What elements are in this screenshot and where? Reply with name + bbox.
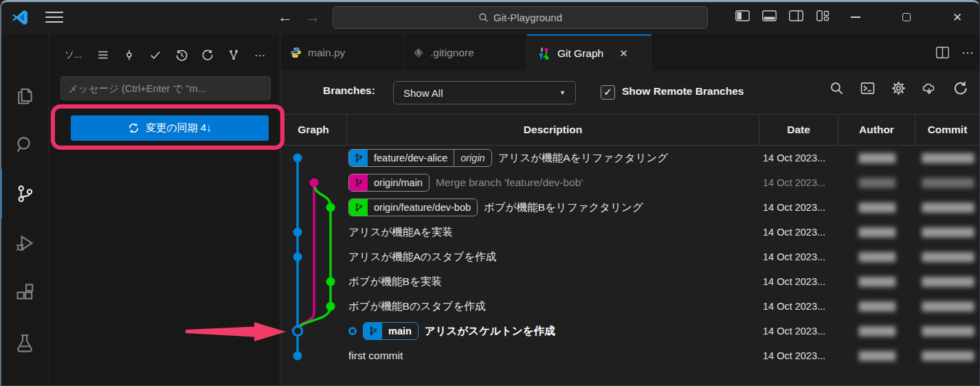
commit-message-input[interactable]	[60, 76, 271, 100]
commit-check-icon[interactable]	[147, 47, 164, 63]
menu-hamburger-icon[interactable]	[45, 12, 63, 23]
commit-hash-redacted: ██████████	[922, 227, 973, 237]
python-file-icon	[290, 47, 302, 58]
activity-run-debug-icon[interactable]	[0, 223, 49, 264]
commit-hash-redacted: ██████████	[922, 302, 973, 311]
branch-icon	[364, 323, 382, 339]
view-as-list-icon[interactable]	[95, 47, 111, 63]
window-close-button[interactable]: ✕	[942, 0, 973, 34]
commit-graph[interactable]	[280, 146, 349, 368]
commit-author-redacted: ███████	[859, 351, 895, 361]
activity-search-icon[interactable]	[0, 124, 49, 166]
window-maximize-button[interactable]	[891, 0, 922, 34]
activity-testing-icon[interactable]	[0, 322, 49, 363]
find-commit-icon[interactable]	[829, 80, 844, 95]
commit-node-icon[interactable]	[121, 47, 137, 63]
tab-label: .gitignore	[430, 47, 474, 59]
commit-hash-redacted: ██████████	[922, 252, 973, 262]
tab-main-py[interactable]: main.py	[280, 34, 403, 71]
head-indicator-ring	[348, 327, 357, 335]
gitignore-file-icon	[413, 47, 424, 58]
refresh-icon[interactable]	[199, 47, 216, 63]
branch-icon	[349, 150, 368, 166]
commit-row[interactable]: ボブが機能Bのスタブを作成 14 Oct 2023... ███████ ███…	[280, 294, 980, 319]
branches-dropdown[interactable]: Show All ▼	[393, 81, 576, 104]
toggle-panel-icon[interactable]	[761, 10, 777, 22]
history-icon[interactable]	[173, 47, 190, 63]
commit-author-redacted: ███████	[859, 203, 895, 212]
column-header-graph[interactable]: Graph	[280, 115, 347, 145]
show-remote-branches-checkbox[interactable]: ✓	[601, 85, 615, 100]
tab-git-graph[interactable]: Git Graph ✕	[527, 34, 652, 71]
customize-layout-icon[interactable]	[815, 10, 830, 22]
branch-badge[interactable]: feature/dev-alice origin	[348, 149, 492, 167]
chevron-down-icon: ▼	[559, 89, 566, 96]
commit-date: 14 Oct 2023...	[763, 220, 838, 245]
editor-more-actions-icon[interactable]: ⋯	[961, 45, 975, 60]
title-bar: ← → Git-Playground ✕	[0, 0, 980, 34]
column-header-description[interactable]: Description	[347, 115, 759, 145]
remote-tag: origin	[454, 150, 491, 166]
command-center-search[interactable]: Git-Playground	[333, 6, 708, 29]
nav-back-button[interactable]: ←	[275, 7, 296, 27]
refresh-icon[interactable]	[953, 80, 968, 95]
column-header-author[interactable]: Author	[838, 115, 915, 145]
toggle-secondary-sidebar-icon[interactable]	[788, 10, 803, 22]
commit-message: アリスが機能Aを実装	[348, 225, 453, 240]
commit-row[interactable]: origin/main Merge branch 'feature/dev-bo…	[280, 170, 980, 195]
sync-changes-button[interactable]: 変更の同期 4↓	[71, 115, 269, 141]
editor-actions: ⋯	[936, 34, 975, 71]
commit-row[interactable]: ボブが機能Bを実装 14 Oct 2023... ███████ ███████…	[280, 269, 980, 294]
editor-tab-strip: main.py .gitignore Git Graph ✕ ⋯	[280, 34, 980, 71]
commit-date: 14 Oct 2023...	[763, 170, 838, 195]
git-graph-tab-icon	[537, 46, 551, 60]
commit-date: 14 Oct 2023...	[763, 319, 838, 343]
commit-date: 14 Oct 2023...	[763, 245, 838, 269]
branch-badge[interactable]: origin/main	[348, 174, 430, 192]
column-header-commit[interactable]: Commit	[915, 115, 979, 145]
commit-hash-redacted: ██████████	[922, 153, 973, 163]
toggle-primary-sidebar-icon[interactable]	[735, 10, 750, 22]
commit-row[interactable]: アリスが機能Aのスタブを作成 14 Oct 2023... ███████ ██…	[280, 245, 980, 269]
fetch-cloud-download-icon[interactable]	[922, 80, 937, 95]
commit-row[interactable]: アリスが機能Aを実装 14 Oct 2023... ███████ ██████…	[280, 220, 980, 245]
commit-message: first commit	[348, 350, 403, 362]
commit-row[interactable]: feature/dev-alice origin アリスが機能Aをリファクタリン…	[280, 146, 980, 170]
terminal-icon[interactable]	[860, 80, 875, 95]
tab-close-icon[interactable]: ✕	[619, 47, 628, 60]
branch-badge[interactable]: origin/feature/dev-bob	[348, 198, 478, 216]
activity-source-control-icon[interactable]	[0, 173, 49, 214]
commit-message: ボブが機能Bを実装	[348, 275, 442, 289]
commit-row[interactable]: first commit 14 Oct 2023... ███████ ████…	[280, 343, 980, 368]
commit-hash-redacted: ██████████	[922, 178, 973, 188]
commit-author-redacted: ███████	[859, 178, 895, 188]
sync-button-label: 変更の同期 4↓	[146, 122, 211, 135]
commit-author-redacted: ███████	[859, 302, 895, 311]
git-graph-toolbar: Branches: Show All ▼ ✓ Show Remote Branc…	[280, 71, 980, 114]
commit-author-redacted: ███████	[859, 227, 895, 237]
commit-hash-redacted: ██████████	[922, 203, 973, 212]
column-header-date[interactable]: Date	[759, 115, 838, 145]
window-minimize-button[interactable]	[840, 0, 871, 34]
branch-badge-main[interactable]: main	[363, 322, 419, 340]
commit-author-redacted: ███████	[859, 153, 895, 163]
search-box-text: Git-Playground	[493, 12, 562, 23]
commit-row-head[interactable]: main アリスがスケルトンを作成 14 Oct 2023... ███████…	[280, 319, 980, 343]
source-control-toolbar: ソ... ⋯	[49, 43, 280, 67]
commit-row[interactable]: origin/feature/dev-bob ボブが機能Bをリファクタリング 1…	[280, 195, 980, 220]
settings-gear-icon[interactable]	[891, 80, 906, 95]
commit-message: ボブが機能Bのスタブを作成	[348, 299, 485, 314]
more-actions-icon[interactable]: ⋯	[252, 47, 268, 63]
activity-extensions-icon[interactable]	[0, 273, 49, 314]
nav-forward-button[interactable]: →	[302, 7, 323, 27]
split-editor-icon[interactable]	[936, 47, 949, 58]
commit-hash-redacted: ██████████	[922, 351, 973, 361]
commit-message: アリスが機能Aをリファクタリング	[498, 151, 669, 166]
activity-bar: A	[0, 34, 49, 386]
tab-gitignore[interactable]: .gitignore	[403, 34, 527, 71]
show-remote-branches-label: Show Remote Branches	[622, 85, 744, 98]
activity-azure-icon[interactable]: A	[0, 372, 49, 386]
activity-explorer-icon[interactable]	[0, 76, 49, 117]
git-graph-action-icon[interactable]	[225, 47, 242, 63]
commit-hash-redacted: ██████████	[922, 277, 973, 286]
